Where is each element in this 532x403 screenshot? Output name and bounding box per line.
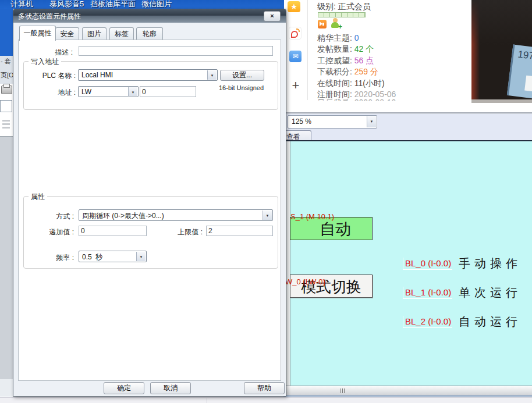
address-label: 地址 : <box>36 88 76 98</box>
upper-limit-input[interactable] <box>206 226 273 236</box>
stat-row: 发帖数量: 42 个 <box>317 44 374 55</box>
mail-icon[interactable]: ✉ <box>289 51 302 62</box>
plc-name-value: Local HMI <box>81 71 113 79</box>
description-input[interactable] <box>79 46 273 56</box>
speaker-icon[interactable] <box>318 20 327 28</box>
io-description-text: 单次运行 <box>459 285 522 301</box>
horizontal-scrollbar[interactable] <box>285 386 532 395</box>
address-type-value: LW <box>81 88 91 96</box>
multistate-properties-dialog: 多状态设置元件属性 × 一般属性 安全 图片 标签 轮廓 描述 : 写入地址 P… <box>13 9 286 397</box>
tab-profile[interactable]: 轮廓 <box>136 27 163 40</box>
plc-name-combobox[interactable]: Local HMI ▼ <box>78 69 218 81</box>
address-type-combobox[interactable]: LW ▼ <box>78 86 139 97</box>
person-plus-shape: + <box>338 23 342 30</box>
scrollbar-grip-icon[interactable] <box>341 388 346 393</box>
level-progress-bar <box>318 12 366 17</box>
desktop-icon-label[interactable]: 计算机 <box>10 0 33 9</box>
chevron-down-icon: ▼ <box>266 214 269 217</box>
stat-row: 下载积分: 259 分 <box>317 67 378 77</box>
desktop-left-strip <box>0 9 13 56</box>
increment-label: 递加值 : <box>35 227 74 237</box>
zoom-level-value: 125 % <box>292 117 311 126</box>
combo-dropdown-button[interactable]: ▼ <box>136 252 146 261</box>
general-tab-page: 描述 : 写入地址 PLC 名称 : Local HMI ▼ 设置... 地址 … <box>18 40 281 381</box>
stat-value: 56 点 <box>354 56 374 65</box>
fragment-text: - 套 <box>1 57 11 66</box>
frequency-value: 0.5 秒 <box>82 252 102 262</box>
background-window-fragment: - 套 页[O] <box>0 56 13 84</box>
tab-picture[interactable]: 图片 <box>82 27 107 40</box>
address-format-label: 16-bit Unsigned <box>219 84 264 91</box>
stat-label: 精华主题: <box>317 33 354 42</box>
add-friend-icon[interactable]: + <box>330 18 341 29</box>
screen: 计算机 暴风影音5 挡板油库平面 微信图片 - 套 页[O] ★ ✉ + 级别:… <box>0 0 532 403</box>
chevron-down-icon: ▼ <box>370 120 374 123</box>
address-input[interactable] <box>140 86 196 97</box>
plus-icon[interactable]: + <box>291 80 300 91</box>
printer-icon[interactable] <box>1 85 12 94</box>
mode-label: 方式 : <box>42 212 74 222</box>
upper-limit-label: 上限值 : <box>164 227 203 237</box>
frequency-label: 频率 : <box>42 253 74 263</box>
io-description-text: 手动操作 <box>459 256 522 272</box>
desktop-icon-label[interactable]: 微信图片 <box>141 0 172 9</box>
background-panel <box>0 136 13 396</box>
status-bar-divider <box>207 398 207 403</box>
plc-name-label: PLC 名称 : <box>29 71 76 81</box>
photo-thumbnail: 197 <box>471 0 532 99</box>
chevron-down-icon: ▼ <box>132 91 135 94</box>
status-bar <box>0 397 532 403</box>
align-icon[interactable] <box>2 120 10 129</box>
tab-security[interactable]: 安全 <box>55 27 79 40</box>
increment-input[interactable] <box>79 226 147 236</box>
photo-blue-card: 197 <box>507 44 532 99</box>
stat-value: 11(小时) <box>354 79 385 88</box>
stat-value: 42 个 <box>354 44 374 54</box>
dialog-title: 多状态设置元件属性 <box>18 12 81 22</box>
help-button[interactable]: 帮助 <box>244 382 285 394</box>
mode-value: 周期循环 (0->最大值->0...) <box>82 211 164 221</box>
favorite-star-icon[interactable]: ★ <box>288 1 300 12</box>
member-level-text: 级别: 正式会员 <box>317 2 371 12</box>
plc-tag-label: S_1 (M 10.1) <box>290 212 334 221</box>
stat-value: 0 <box>354 33 359 42</box>
frequency-combobox[interactable]: 0.5 秒 ▼ <box>79 251 147 262</box>
mode-combobox[interactable]: 周期循环 (0->最大值->0...) ▼ <box>79 209 273 221</box>
io-tag-label: BL_1 (I-0.0) <box>403 287 452 299</box>
stat-row-clipped: 最后登录: 2020-08-10 <box>317 98 396 101</box>
plc-tag-label: W_0 (LW-0) <box>285 277 325 286</box>
io-description-text: 自动运行 <box>459 314 522 330</box>
stat-row: 在线时间: 11(小时) <box>317 79 385 89</box>
combo-dropdown-button[interactable]: ▼ <box>367 116 376 127</box>
ok-button[interactable]: 确定 <box>104 382 144 394</box>
desktop-icon-label[interactable]: 挡板油库平面 <box>90 0 136 9</box>
description-label: 描述 : <box>39 48 73 58</box>
sidebar-divider <box>307 0 308 100</box>
zoom-level-combobox[interactable]: 125 % ▼ <box>288 115 377 129</box>
stat-label: 在线时间: <box>317 79 354 88</box>
weibo-share-icon[interactable] <box>289 27 302 40</box>
chevron-down-icon: ▼ <box>211 74 214 77</box>
tab-label[interactable]: 标签 <box>109 27 134 40</box>
combo-dropdown-button[interactable]: ▼ <box>128 87 137 96</box>
dialog-titlebar[interactable]: 多状态设置元件属性 × <box>13 9 286 23</box>
close-icon[interactable]: × <box>264 11 281 22</box>
stat-value: 259 分 <box>354 67 378 76</box>
photo-card-number: 197 <box>517 49 532 62</box>
fragment-menu-text: 页[O] <box>1 71 13 80</box>
stat-label: 发帖数量: <box>317 44 354 54</box>
desktop-icon-label[interactable]: 暴风影音5 <box>49 0 84 9</box>
photo-white-patch <box>524 76 532 92</box>
tab-general[interactable]: 一般属性 <box>19 26 56 41</box>
combo-dropdown-button[interactable]: ▼ <box>263 211 272 220</box>
combo-dropdown-button[interactable]: ▼ <box>207 70 217 80</box>
toolbar-field-fragment <box>0 100 12 112</box>
desktop-strip: 计算机 暴风影音5 挡板油库平面 微信图片 <box>0 0 284 9</box>
chevron-down-icon: ▼ <box>140 255 143 259</box>
background-panel-light <box>0 379 13 397</box>
cancel-button[interactable]: 取消 <box>150 382 191 394</box>
write-address-group-label: 写入地址 <box>29 57 61 67</box>
settings-button[interactable]: 设置... <box>220 70 264 81</box>
io-tag-label: BL_0 (I-0.0) <box>403 258 452 270</box>
photo-shade <box>471 0 532 45</box>
